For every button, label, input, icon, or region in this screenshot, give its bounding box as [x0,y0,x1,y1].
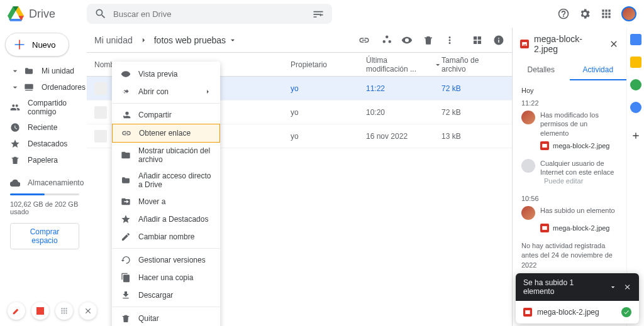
ctx-copy[interactable]: Hacer una copia [112,269,220,286]
storage-bar [10,193,79,195]
svg-point-1 [64,308,65,309]
share-icon[interactable] [380,35,391,46]
arrow-down-icon [434,60,441,69]
col-owner[interactable]: Propietario [291,60,366,69]
move-icon [121,197,131,207]
nav-my-drive[interactable]: Mi unidad [5,63,84,79]
search-icon [94,8,107,20]
download-icon [121,290,131,300]
tab-details[interactable]: Detalles [513,60,570,80]
ctx-rename[interactable]: Cambiar nombre [112,228,220,246]
caret-icon [10,82,20,92]
svg-point-7 [64,312,65,313]
calendar-addon-icon[interactable] [630,34,641,45]
apps-icon[interactable] [600,8,613,20]
ctx-download[interactable]: Descargar [112,286,220,304]
open-with-icon [121,87,131,97]
col-mod[interactable]: Última modificación ... [366,56,441,73]
ctx-move-to[interactable]: Mover a [112,193,220,210]
grid-view-icon[interactable] [472,35,483,46]
eye-icon[interactable] [401,35,413,46]
chevron-right-icon [139,36,148,45]
close-panel-icon[interactable] [609,39,619,49]
user-avatar-icon [521,111,535,124]
caret-down-icon[interactable] [228,36,237,45]
search-input[interactable] [107,9,312,19]
globe-avatar-icon [521,159,535,173]
breadcrumb-current[interactable]: fotos web pruebas [154,35,226,45]
logo[interactable]: Drive [8,6,87,22]
search-options-icon[interactable] [312,8,325,20]
image-type-icon [540,224,549,232]
header-actions [557,6,636,21]
trash-icon [121,313,131,323]
toast-header: Se ha subido 1 elemento [516,273,639,301]
toolbar-actions [358,35,504,46]
panel-day-label: Hoy [521,87,618,94]
ctx-get-link[interactable]: Obtener enlace [112,124,220,143]
activity-event: Has modificado los permisos de un elemen… [521,111,618,150]
svg-point-5 [65,310,67,312]
nav-storage[interactable]: Almacenamiento [5,175,84,191]
trash-icon [10,155,20,165]
ctx-remove[interactable]: Quitar [112,310,220,326]
buy-storage-button[interactable]: Comprar espacio [10,223,79,249]
image-type-icon [540,141,549,150]
keep-addon-icon[interactable] [630,57,641,68]
close-icon[interactable] [623,283,631,291]
add-addon-icon[interactable] [631,131,641,141]
new-button[interactable]: Nuevo [5,33,69,57]
nav-recent[interactable]: Reciente [5,119,84,136]
breadcrumb: Mi unidad fotos web pruebas [94,35,237,45]
chevron-right-icon [204,88,211,95]
link-icon[interactable] [358,35,370,46]
tab-activity[interactable]: Actividad [570,60,627,80]
user-avatar-icon [521,206,535,220]
recording-controls [8,302,97,320]
tasks-addon-icon[interactable] [630,79,641,90]
sidebar: Nuevo Mi unidad Ordenadores Compartido c… [0,28,87,326]
contacts-addon-icon[interactable] [630,102,641,113]
thumb-icon [94,82,107,95]
nav-trash[interactable]: Papelera [5,152,84,168]
svg-point-2 [65,308,67,309]
nav-shared[interactable]: Compartido conmigo [5,95,84,119]
search-bar[interactable] [87,4,332,24]
ctx-shortcut[interactable]: Añadir acceso directo a Drive [112,168,220,193]
ctx-versions[interactable]: Gestionar versiones [112,251,220,269]
drive-small-icon [24,66,34,76]
caret-icon [10,66,20,76]
account-avatar[interactable] [621,6,636,21]
pencil-icon [121,232,131,242]
rec-grid-icon[interactable] [55,302,73,320]
nav-computers[interactable]: Ordenadores [5,79,84,95]
header: Drive [0,0,644,28]
shortcut-icon [121,175,131,185]
chevron-down-icon[interactable] [609,283,617,291]
ctx-open-with[interactable]: Abrir con [112,83,220,101]
nav-starred[interactable]: Destacados [5,136,84,152]
history-icon [121,255,131,265]
rec-stop-icon[interactable] [31,302,49,320]
rec-edit-icon[interactable] [8,302,25,320]
ctx-share[interactable]: Compartir [112,106,220,124]
ctx-preview[interactable]: Vista previa [112,65,220,83]
storage-text: 102,62 GB de 202 GB usado [5,198,84,218]
svg-point-6 [61,312,62,313]
toast-item[interactable]: mega-block-2.jpeg [516,301,639,323]
more-icon[interactable] [444,35,455,46]
breadcrumb-root[interactable]: Mi unidad [94,35,133,45]
ctx-star[interactable]: Añadir a Destacados [112,210,220,228]
help-icon[interactable] [557,8,570,20]
rec-close-icon[interactable] [79,302,97,320]
settings-icon[interactable] [579,8,591,20]
thumb-icon [94,106,107,119]
toolbar: Mi unidad fotos web pruebas [87,28,512,53]
col-size[interactable]: Tamaño de archivo [441,56,504,73]
delete-icon[interactable] [423,35,434,46]
link-icon [121,128,131,138]
ctx-show-location[interactable]: Mostrar ubicación del archivo [112,143,220,168]
info-icon[interactable] [493,35,504,46]
copy-icon [121,273,131,283]
plus-icon [13,38,26,51]
